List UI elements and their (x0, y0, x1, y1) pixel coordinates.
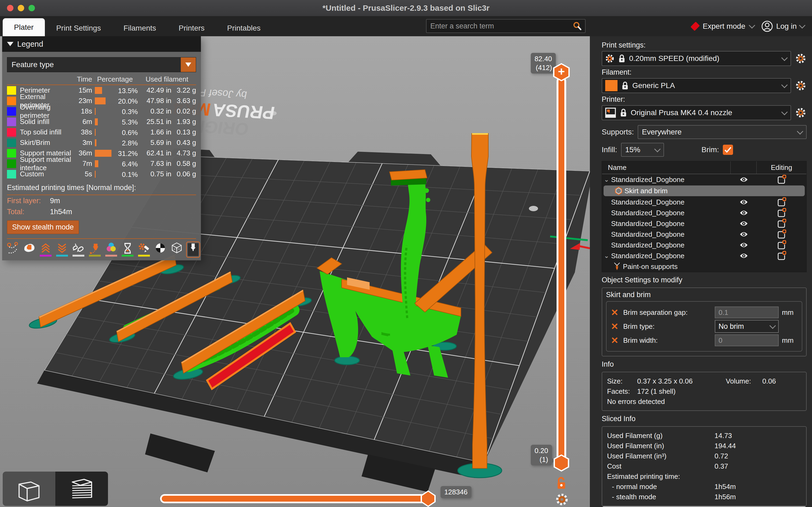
object-list: Name Editing ⌄ Standardized_Dogbone Skir… (602, 161, 807, 272)
object-row[interactable]: Standardized_Dogbone (602, 229, 806, 240)
layer-slider-track[interactable] (557, 76, 566, 465)
object-row[interactable]: Standardized_Dogbone (602, 197, 806, 208)
deretractions-icon[interactable] (56, 241, 68, 257)
infill-select[interactable]: 15% (621, 143, 664, 157)
layer-slider-bottom-handle[interactable] (554, 454, 569, 471)
remove-setting-icon[interactable]: ✕ (611, 322, 620, 331)
object-row[interactable]: Standardized_Dogbone (602, 208, 806, 218)
object-row[interactable]: Standardized_Dogbone (602, 240, 806, 250)
info-size-value: 0.37 x 3.25 x 0.06 (637, 377, 726, 385)
chevron-down-icon (797, 128, 803, 134)
filament-select[interactable]: Generic PLA (602, 78, 791, 93)
edit-object-icon[interactable] (757, 197, 806, 207)
visibility-eye-icon[interactable] (731, 231, 757, 237)
tab-filaments[interactable]: Filaments (112, 20, 167, 36)
brim-checkbox[interactable] (723, 145, 733, 155)
move-slider-handle[interactable] (421, 490, 436, 507)
printer-gear-button[interactable] (795, 107, 807, 119)
visibility-eye-icon[interactable] (731, 242, 757, 248)
object-row[interactable]: ⌄ Standardized_Dogbone (602, 174, 806, 185)
close-button[interactable] (7, 5, 13, 11)
tab-printables[interactable]: Printables (216, 20, 272, 36)
object-row-selected[interactable]: Skirt and brim (604, 185, 805, 196)
supports-value: Everywhere (642, 128, 795, 136)
custom-gcodes-icon[interactable] (138, 241, 150, 257)
legend-title: Legend (17, 40, 43, 49)
login-control[interactable]: Log in (761, 20, 805, 32)
sliced-info-row: Used Filament (in)194.44 (607, 441, 801, 451)
object-row[interactable]: ⌄ Standardized_Dogbone (602, 250, 806, 261)
tool-changes-icon[interactable] (89, 241, 101, 257)
travels-icon[interactable] (7, 241, 19, 257)
pause-prints-icon[interactable] (122, 241, 134, 257)
feature-weight: 3.63 g (171, 97, 196, 105)
search-box[interactable] (426, 19, 586, 33)
edit-object-icon[interactable] (757, 175, 806, 184)
fullscreen-button[interactable] (29, 5, 35, 11)
feature-label: Solid infill (20, 118, 73, 126)
move-slider-track[interactable] (160, 494, 435, 503)
search-icon[interactable] (573, 21, 582, 31)
view-type-select[interactable]: Feature type (7, 57, 196, 72)
edit-object-icon[interactable] (757, 219, 806, 228)
print-settings-value: 0.20mm SPEED (modified) (629, 54, 778, 63)
visibility-eye-icon[interactable] (731, 220, 757, 227)
tabbar: Plater Print Settings Filaments Printers… (0, 16, 812, 36)
print-settings-gear-button[interactable] (795, 53, 807, 64)
search-input[interactable] (430, 22, 573, 31)
seams-icon[interactable] (72, 241, 84, 257)
percentage-bar (95, 171, 96, 178)
prusaslicer-window: *Untitled - PrusaSlicer-2.9.3 based on S… (0, 0, 812, 507)
preview-view-button[interactable] (55, 471, 108, 506)
object-subrow-paint-supports[interactable]: Paint-on supports (602, 261, 806, 272)
slider-settings-gear-icon[interactable] (555, 493, 569, 506)
edit-object-icon[interactable] (757, 251, 806, 261)
minimize-button[interactable] (18, 5, 24, 11)
expand-caret-icon[interactable]: ⌄ (602, 252, 611, 260)
wipe-icon[interactable] (23, 241, 35, 257)
chevron-down-icon (749, 22, 755, 29)
brim-separation-input[interactable]: 0.1 (715, 306, 779, 318)
show-stealth-mode-button[interactable]: Show stealth mode (7, 220, 79, 234)
brim-width-input[interactable]: 0 (715, 334, 779, 346)
filament-gear-button[interactable] (795, 80, 807, 92)
retractions-icon[interactable] (40, 241, 52, 257)
paintbrush-icon (611, 262, 623, 271)
object-row[interactable]: Standardized_Dogbone (602, 218, 806, 229)
remove-setting-icon[interactable]: ✕ (611, 336, 620, 345)
supports-select[interactable]: Everywhere (638, 125, 807, 139)
visibility-eye-icon[interactable] (731, 210, 757, 216)
remove-setting-icon[interactable]: ✕ (611, 308, 620, 317)
viewport-3d[interactable]: ORIGINAL PRUSA MK4 by Josef Prusa (0, 36, 590, 507)
brim-type-select[interactable]: No brim (715, 320, 779, 333)
feature-length: 1.66 in (138, 128, 171, 136)
dropdown-arrow-button[interactable] (181, 57, 196, 72)
legend-header[interactable]: Legend (2, 36, 201, 52)
feature-label: Top solid infill (20, 128, 73, 136)
visibility-eye-icon[interactable] (731, 176, 757, 183)
sliced-info-row: Used Filament (in³)0.72 (607, 451, 801, 461)
tab-plater[interactable]: Plater (3, 18, 45, 36)
printer-select[interactable]: Original Prusa MK4 0.4 nozzle (602, 105, 791, 120)
editor-view-button[interactable] (3, 471, 55, 506)
visibility-eye-icon[interactable] (731, 199, 757, 205)
feature-length: 5.69 in (138, 138, 171, 147)
print-settings-select[interactable]: 0.20mm SPEED (modified) (602, 51, 791, 66)
nozzle-icon[interactable] (187, 243, 199, 257)
object-list-header: Name Editing (602, 161, 806, 174)
visibility-eye-icon[interactable] (731, 252, 757, 259)
edit-object-icon[interactable] (757, 240, 806, 250)
info-box: Size: 0.37 x 3.25 x 0.06 Volume: 0.06 Fa… (602, 372, 807, 411)
unlock-icon[interactable] (556, 476, 568, 490)
shells-icon[interactable] (171, 241, 183, 257)
center-of-gravity-icon[interactable] (154, 241, 166, 257)
edit-object-icon[interactable] (757, 208, 806, 218)
layer-slider-top-handle[interactable]: + (553, 63, 570, 81)
tab-printers[interactable]: Printers (167, 20, 216, 36)
mode-selector[interactable]: Expert mode (692, 22, 754, 31)
lock-icon (621, 81, 628, 90)
expand-caret-icon[interactable]: ⌄ (602, 176, 611, 183)
edit-object-icon[interactable] (757, 229, 806, 239)
color-changes-icon[interactable] (105, 241, 117, 257)
tab-print-settings[interactable]: Print Settings (45, 20, 112, 36)
